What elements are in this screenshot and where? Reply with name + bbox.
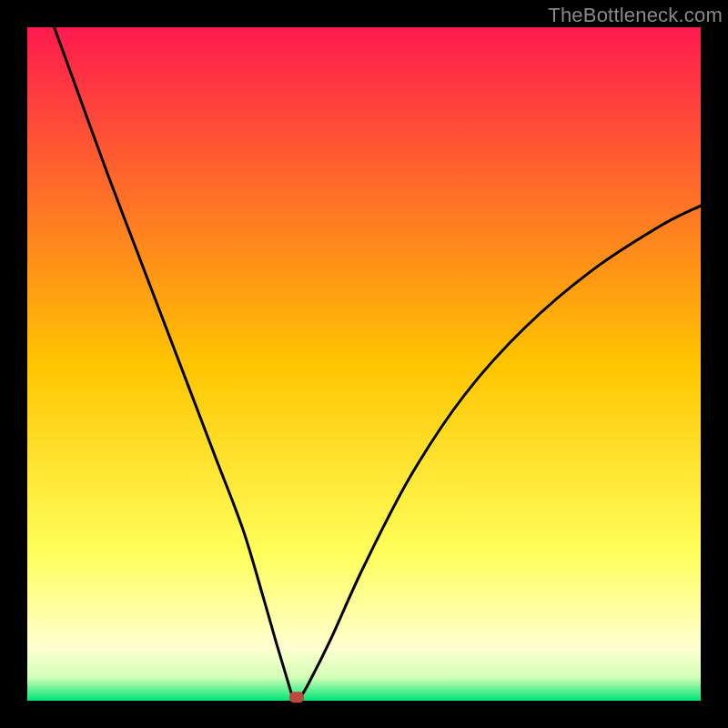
watermark-text: TheBottleneck.com — [548, 4, 723, 27]
optimal-marker — [289, 692, 304, 703]
bottleneck-chart — [0, 0, 728, 728]
plot-background — [27, 27, 701, 701]
